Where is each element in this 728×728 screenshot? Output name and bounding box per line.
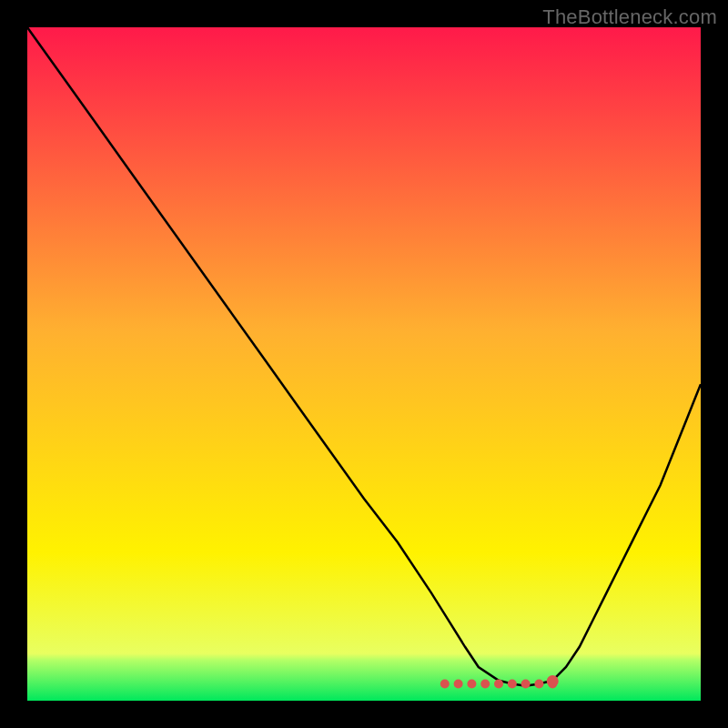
sweet-spot-dot bbox=[467, 680, 476, 689]
sweet-spot-dot bbox=[534, 680, 543, 689]
sweet-spot-dot bbox=[480, 680, 490, 689]
sweet-spot-dot bbox=[440, 680, 450, 689]
sweet-spot-dot bbox=[454, 680, 463, 689]
sweet-spot-dot bbox=[494, 680, 503, 689]
watermark-text: TheBottleneck.com bbox=[542, 5, 717, 29]
chart-container bbox=[27, 27, 701, 701]
bottleneck-chart bbox=[27, 27, 701, 701]
sweet-spot-dot bbox=[508, 680, 517, 689]
sweet-spot-end-dot bbox=[547, 675, 559, 687]
sweet-spot-dot bbox=[521, 680, 531, 689]
gradient-background bbox=[27, 27, 701, 701]
